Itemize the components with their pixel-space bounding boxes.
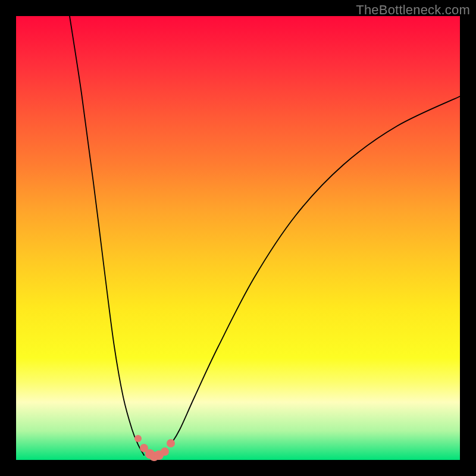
chart-plot-area [16,16,460,460]
bottom-marker-dots [134,435,175,461]
curve-left-branch [70,16,144,455]
curve-svg [16,16,460,460]
marker-dot [134,435,142,442]
marker-dot [167,439,175,447]
curve-right-branch [171,96,460,444]
marker-dot [161,447,169,456]
